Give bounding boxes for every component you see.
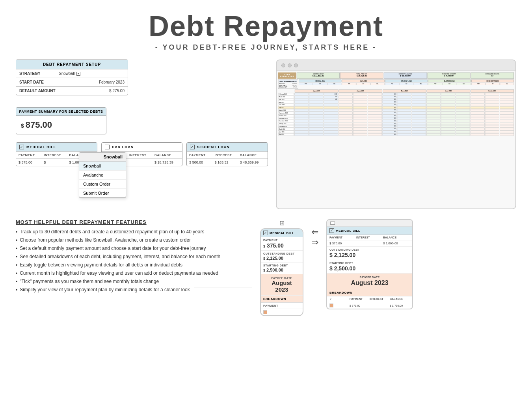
ss-cell-0-1-2 bbox=[368, 93, 382, 95]
feature-text-7: Simplify your view of your repayment pla… bbox=[20, 287, 190, 292]
payment-amount-value: 875.00 bbox=[26, 120, 52, 130]
checkbox-car[interactable] bbox=[105, 145, 110, 149]
ss-month-14: April 2024 bbox=[278, 130, 294, 133]
ss-cell-8-4-1 bbox=[485, 114, 499, 117]
ss-cell-1-3-0 bbox=[426, 96, 441, 98]
ss-cell-12-1-0 bbox=[339, 125, 353, 128]
ss-cell-5-4-2 bbox=[500, 106, 514, 109]
ss-cell-9-1-0 bbox=[339, 117, 353, 119]
mobile-tick-box[interactable] bbox=[263, 310, 267, 314]
page-subtitle: - YOUR DEBT-FREE JOURNEY, STARTS HERE - bbox=[0, 43, 532, 52]
arrows-box: ⇐ ⇒ bbox=[309, 219, 320, 255]
ss-card-starting: STARTING DEBT $ 372,500.00 bbox=[297, 73, 340, 79]
tablet-tick-box[interactable] bbox=[329, 303, 333, 307]
ss-month-4: June 2023 bbox=[278, 104, 294, 106]
ss-cell-10-1-1 bbox=[353, 120, 367, 122]
dropdown-arrow-icon[interactable]: ▼ bbox=[76, 72, 80, 76]
debt-label: DEBTREPAYMENT bbox=[278, 73, 296, 79]
ss-cell-6-3-2 bbox=[456, 109, 470, 112]
ss-month-1: March 2023 bbox=[278, 96, 294, 98]
val-payment-student: $ 500.00 bbox=[189, 160, 214, 164]
ss-cell-7-0-0 bbox=[294, 112, 309, 114]
ss-cell-5-1-0 bbox=[339, 106, 353, 109]
tablet-checkbox bbox=[329, 228, 334, 233]
ss-cell-12-1-1 bbox=[353, 125, 367, 128]
ss-cell-6-0-1 bbox=[309, 109, 323, 112]
mobile-preview: MEDICAL BILL PAYMENT $ 375.00 OUTSTANDIN… bbox=[260, 228, 303, 316]
ss-month-15: May 2024 bbox=[278, 133, 294, 136]
dropdown-item-snowball[interactable]: Snowball bbox=[79, 162, 126, 171]
ss-cell-4-3-1 bbox=[441, 104, 455, 106]
ss-cell-14-0-2 bbox=[324, 130, 338, 133]
ss-cell-3-1-1 bbox=[353, 101, 367, 103]
feature-item-1: •Choose from popular methods like Snowba… bbox=[16, 237, 252, 243]
debt-cards-row: MEDICAL BILL PAYMENT INTEREST BALANCE $ … bbox=[16, 142, 268, 166]
tablet-payoff-label: PAYOFF DATE bbox=[329, 276, 410, 279]
ss-cell-1-4-1 bbox=[485, 96, 499, 98]
mobile-icon: ⊞ bbox=[279, 219, 285, 227]
ss-cell-10-3-0 bbox=[426, 120, 441, 122]
checkbox-student[interactable] bbox=[190, 145, 195, 149]
feature-item-6: •"Tick" payments as you make them and se… bbox=[16, 279, 252, 285]
ss-col-business: BUSINESS LOAN bbox=[428, 80, 471, 82]
ss-cell-6-4-0 bbox=[471, 109, 485, 112]
ss-cell-5-1-1 bbox=[353, 106, 367, 109]
ss-cell-0-2-0: 500 bbox=[383, 93, 397, 95]
ss-cell-15-2-0: 500 bbox=[383, 133, 397, 136]
ss-cell-3-2-2 bbox=[412, 101, 426, 103]
bullet-icon: • bbox=[16, 279, 17, 285]
setup-box-title: DEBT REPAYMENT SETUP bbox=[16, 60, 128, 69]
tablet-payoff: PAYOFF DATE August 2023 bbox=[327, 274, 412, 289]
ss-cell-6-0-2 bbox=[324, 109, 338, 112]
ss-cell-0-1-0 bbox=[339, 93, 353, 95]
ss-cell-11-2-0: 500 bbox=[383, 123, 397, 125]
ss-month-6: August 2023 bbox=[278, 109, 294, 112]
tablet-outstanding: OUTSTANDING DEBT $ 2,125.00 bbox=[327, 247, 412, 260]
ss-data-rows: February 20231,000500March 2023625500Apr… bbox=[278, 93, 514, 136]
mobile-payment-value: $ 375.00 bbox=[263, 242, 300, 249]
ss-cell-2-2-1 bbox=[397, 98, 411, 101]
mobile-breakdown-bar: BREAKDOWN bbox=[261, 296, 303, 303]
mobile-section-outstanding: OUTSTANDING DEBT $ 2,125.00 bbox=[261, 251, 303, 263]
ss-cell-10-4-2 bbox=[500, 120, 514, 122]
ss-cell-12-2-1 bbox=[397, 125, 411, 128]
mobile-outstanding-label: OUTSTANDING DEBT bbox=[263, 252, 300, 255]
dropdown-item-custom[interactable]: Custom Order bbox=[79, 180, 126, 189]
ss-cell-3-0-2 bbox=[324, 101, 338, 103]
val-balance-car: $ 18,725.39 bbox=[154, 160, 180, 164]
ss-cell-2-0-0 bbox=[294, 98, 309, 101]
ss-cell-6-3-1 bbox=[441, 109, 455, 112]
ss-cell-13-4-1 bbox=[485, 128, 499, 130]
feature-text-4: Easily toggle between viewing payment de… bbox=[20, 262, 182, 268]
ss-cell-0-2-2 bbox=[412, 93, 426, 95]
mobile-starting-label: STARTING DEBT bbox=[263, 264, 300, 267]
dropdown-item-avalanche[interactable]: Avalanche bbox=[79, 171, 126, 180]
ss-month-12: February 2024 bbox=[278, 125, 294, 128]
ss-cell-13-0-0 bbox=[294, 128, 309, 130]
mobile-section-payment: PAYMENT $ 375.00 bbox=[261, 237, 303, 251]
ss-cell-9-1-1 bbox=[353, 117, 367, 119]
right-panel: DEBTREPAYMENT STARTING DEBT $ 372,500.00… bbox=[276, 60, 516, 209]
ss-cell-5-0-1 bbox=[309, 106, 323, 109]
feature-text-5: Current month is highlighted for easy vi… bbox=[20, 270, 218, 276]
checkbox-medical[interactable] bbox=[19, 145, 24, 149]
dropdown-item-submit[interactable]: Submit Order bbox=[79, 189, 126, 197]
ss-cell-10-2-2 bbox=[412, 120, 426, 122]
ss-cell-11-0-0 bbox=[294, 123, 309, 125]
ss-cell-12-1-2 bbox=[368, 125, 382, 128]
ss-month-5: July 2023 bbox=[278, 106, 294, 109]
ss-cell-1-4-0 bbox=[471, 96, 485, 98]
ss-cell-15-0-2 bbox=[324, 133, 338, 136]
spreadsheet-window: DEBTREPAYMENT STARTING DEBT $ 372,500.00… bbox=[276, 60, 516, 209]
ss-row-14: April 2024500 bbox=[278, 130, 514, 133]
ss-cell-7-1-1 bbox=[353, 112, 367, 114]
mobile-section-payoff: PAYOFF DATE August2023 bbox=[261, 274, 303, 296]
ss-cell-6-2-0: 500 bbox=[383, 109, 397, 112]
ss-cell-13-1-0 bbox=[339, 128, 353, 130]
debt-card-student: STUDENT LOAN PAYMENT INTEREST BALANCE $ … bbox=[186, 142, 268, 166]
mobile-checkbox bbox=[263, 231, 268, 235]
ss-cell-4-4-0 bbox=[471, 104, 485, 106]
ss-cell-3-0-1 bbox=[309, 101, 323, 103]
ss-cell-15-1-2 bbox=[368, 133, 382, 136]
ss-cell-14-4-0 bbox=[471, 130, 485, 133]
